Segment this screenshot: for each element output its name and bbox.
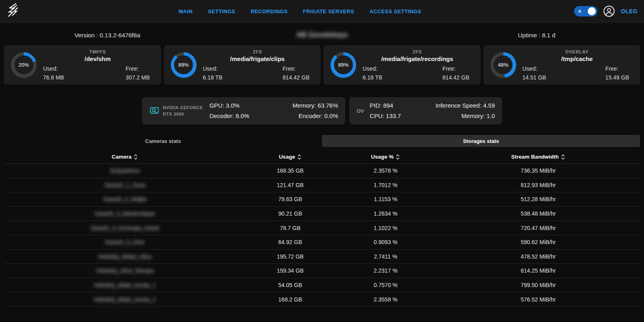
usage-pct-cell: 1.7012 % bbox=[335, 182, 437, 188]
table-row: Garazh_3_Masterskaya 90.21 GB 1.2634 % 5… bbox=[4, 207, 640, 221]
gpu-stats-card: NVIDIA GEFORCE RTX 3060 GPU: 3.0% Decode… bbox=[142, 97, 345, 124]
usage-donut: 20% bbox=[11, 52, 37, 78]
usage-cell: 195.72 GB bbox=[246, 253, 334, 260]
usage-cell: 54.05 GB bbox=[246, 282, 334, 288]
usage-cell: 90.21 GB bbox=[246, 210, 334, 217]
sort-icon bbox=[133, 154, 138, 160]
used-label: Used: bbox=[363, 65, 382, 72]
table-body: Gulyashovo 168.35 GB 2.3578 % 736.35 MiB… bbox=[4, 164, 640, 307]
usage-pct-cell: 1.2634 % bbox=[335, 210, 437, 217]
usage-cell: 78.7 GB bbox=[246, 225, 334, 231]
usage-percent-label: 20% bbox=[14, 55, 33, 74]
bandwidth-cell: 478.52 MiB/hr bbox=[437, 253, 640, 260]
free-value: 307.2 MB bbox=[126, 74, 150, 81]
sort-icon bbox=[561, 154, 565, 160]
camera-name-blurred: Garazh_1_Zona bbox=[4, 182, 246, 188]
table-row: Holodnij_Ulica_Rampa 159.34 GB 2.2317 % … bbox=[4, 264, 640, 278]
usage-donut: 89% bbox=[330, 52, 356, 78]
free-value: 814.42 GB bbox=[443, 74, 470, 81]
usage-cell: 159.34 GB bbox=[246, 267, 334, 274]
column-header-usage-pct[interactable]: Usage % bbox=[335, 154, 437, 160]
usage-pct-cell: 1.1153 % bbox=[335, 196, 437, 202]
sun-icon: ☀ bbox=[577, 9, 582, 14]
gpu-usage-stat: GPU: 3.0% bbox=[209, 100, 249, 111]
camera-name-blurred: Holodnij_Ulica_Rampa bbox=[4, 267, 246, 274]
column-header-bandwidth[interactable]: Stream Bandwidth bbox=[437, 154, 640, 160]
table-row: Garazh_2_Mojka 79.63 GB 1.1153 % 512.28 … bbox=[4, 192, 640, 207]
free-value: 814.42 GB bbox=[283, 74, 310, 81]
info-row: Version : 0.13.2-6476f8a AB Zavodskaya U… bbox=[0, 23, 644, 45]
nav-item-access-settings[interactable]: ACCESS SETTINGS bbox=[369, 8, 421, 14]
nav-item-settings[interactable]: SETTINGS bbox=[208, 8, 235, 14]
gpu-detector-row: NVIDIA GEFORCE RTX 3060 GPU: 3.0% Decode… bbox=[0, 97, 644, 124]
usage-cell: 168.2 GB bbox=[246, 296, 334, 303]
used-label: Used: bbox=[203, 65, 223, 72]
user-avatar-icon[interactable] bbox=[603, 5, 615, 17]
usage-cell: 79.63 GB bbox=[246, 196, 334, 202]
main-navigation: MAIN SETTINGS RECORDINGS FRIGATE SERVERS… bbox=[26, 8, 574, 14]
table-row: Gulyashovo 168.35 GB 2.3578 % 736.35 MiB… bbox=[4, 164, 640, 178]
usage-pct-cell: 1.1022 % bbox=[335, 225, 437, 231]
gpu-encoder-stat: Encoder: 0.0% bbox=[293, 111, 338, 121]
gpu-name-label: NVIDIA GEFORCE RTX 3060 bbox=[163, 104, 203, 118]
camera-name-blurred: Garazh_5_Dvor bbox=[4, 239, 246, 245]
usage-donut: 48% bbox=[490, 52, 516, 78]
bandwidth-cell: 736.35 MiB/hr bbox=[437, 167, 640, 174]
tab-cameras-stats[interactable]: Cameras stats bbox=[4, 135, 322, 147]
table-row: Holodnij_sklad_vorota_1 54.05 GB 0.7570 … bbox=[4, 278, 640, 293]
used-value: 76.8 MB bbox=[43, 74, 64, 81]
usage-pct-cell: 0.9093 % bbox=[335, 239, 437, 245]
table-row: Garazh_5_Dvor 64.92 GB 0.9093 % 590.62 M… bbox=[4, 235, 640, 250]
usage-pct-cell: 2.3578 % bbox=[335, 167, 437, 174]
free-label: Free: bbox=[443, 65, 470, 72]
column-header-camera[interactable]: Camera bbox=[4, 154, 246, 160]
tab-storages-stats[interactable]: Storages stats bbox=[322, 135, 640, 147]
bandwidth-cell: 812.93 MiB/hr bbox=[437, 182, 640, 188]
camera-name-blurred: Holodnij_sklad_vorota_1 bbox=[4, 282, 246, 288]
usage-percent-label: 89% bbox=[334, 55, 353, 74]
camera-name-blurred: Garazh_3_Masterskaya bbox=[4, 210, 246, 217]
nav-item-frigate-servers[interactable]: FRIGATE SERVERS bbox=[303, 8, 355, 14]
usage-pct-cell: 2.2317 % bbox=[335, 267, 437, 274]
usage-donut: 89% bbox=[171, 52, 197, 78]
gpu-decoder-stat: Decoder: 8.0% bbox=[209, 111, 249, 121]
free-label: Free: bbox=[126, 65, 150, 72]
usage-cell: 64.92 GB bbox=[246, 239, 334, 245]
mount-path: /tmp/cache bbox=[522, 55, 633, 62]
usage-cell: 121.47 GB bbox=[246, 182, 334, 188]
bandwidth-cell: 720.47 MiB/hr bbox=[437, 225, 640, 231]
top-navbar: MAIN SETTINGS RECORDINGS FRIGATE SERVERS… bbox=[0, 0, 644, 23]
free-label: Free: bbox=[605, 65, 629, 72]
detector-pid-stat: PID: 894 bbox=[370, 100, 401, 111]
detector-memory-stat: Memory: 1.0 bbox=[435, 111, 495, 121]
camera-name-blurred: Gulyashovo bbox=[4, 167, 246, 174]
storages-stats-table: Camera Usage Usage % Stream Bandwidth Gu… bbox=[4, 150, 640, 307]
camera-name-blurred: Garazh_4_Komnata_Holod bbox=[4, 225, 246, 231]
sort-icon bbox=[297, 154, 301, 160]
storage-card-clips: 89% ZFS /media/frigate/clips Used:6.18 T… bbox=[164, 45, 321, 84]
toggle-knob bbox=[588, 7, 596, 15]
bandwidth-cell: 576.52 MiB/hr bbox=[437, 296, 640, 303]
bandwidth-cell: 590.62 MiB/hr bbox=[437, 239, 640, 245]
used-label: Used: bbox=[523, 65, 546, 72]
camera-name-blurred: Garazh_2_Mojka bbox=[4, 196, 246, 202]
gpu-memory-stat: Memory: 63.76% bbox=[293, 100, 338, 111]
theme-toggle[interactable]: ☀ bbox=[574, 6, 597, 16]
detector-cpu-stat: CPU: 133.7 bbox=[370, 111, 401, 121]
table-row: Garazh_1_Zona 121.47 GB 1.7012 % 812.93 … bbox=[4, 178, 640, 193]
storage-card-recordings: 89% ZFS /media/frigate/recordings Used:6… bbox=[324, 45, 480, 84]
usage-pct-cell: 2.7411 % bbox=[335, 253, 437, 260]
nav-item-main[interactable]: MAIN bbox=[178, 8, 193, 14]
usage-percent-label: 48% bbox=[494, 55, 513, 74]
table-row: Holodnij_sklad_vorota_2 168.2 GB 2.3558 … bbox=[4, 292, 640, 307]
detector-inference-stat: Inference Speed: 4.59 bbox=[435, 100, 495, 111]
username-label[interactable]: OLEG bbox=[621, 8, 638, 14]
fs-type-label: ZFS bbox=[362, 49, 473, 54]
column-header-usage[interactable]: Usage bbox=[246, 154, 334, 160]
fs-type-label: ZFS bbox=[202, 49, 313, 54]
free-label: Free: bbox=[283, 65, 310, 72]
bandwidth-cell: 799.50 MiB/hr bbox=[437, 282, 640, 288]
used-label: Used: bbox=[43, 65, 64, 72]
fs-type-label: TMPFS bbox=[42, 49, 153, 54]
nav-item-recordings[interactable]: RECORDINGS bbox=[250, 8, 287, 14]
